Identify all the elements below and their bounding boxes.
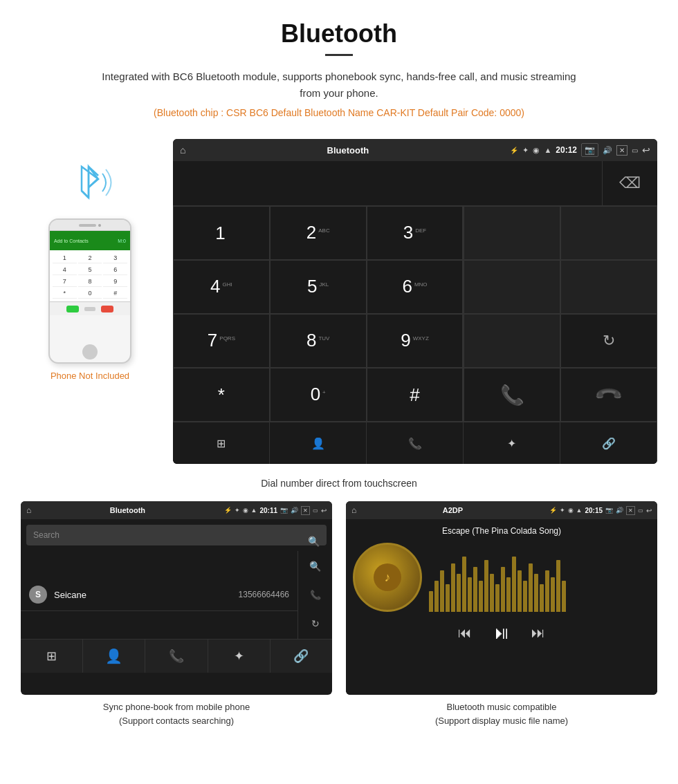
pb-bt-btn[interactable]: ✦ (208, 640, 271, 673)
prev-track-button[interactable]: ⏮ (458, 625, 472, 641)
key-4[interactable]: 4GHI (173, 260, 270, 314)
eq-bar (540, 584, 544, 612)
contacts-tab[interactable]: 👤 (270, 422, 367, 464)
key-2[interactable]: 2ABC (270, 206, 367, 260)
phonebook-caption: Sync phone-book from mobile phone (Suppo… (21, 700, 332, 727)
bottom-screens: ⌂ Bluetooth ⚡ ✦ ◉ ▲ 20:11 📷 🔊 ✕ ▭ ↩ Sear… (0, 501, 678, 727)
pb-window-icon[interactable]: ▭ (313, 507, 318, 514)
music-wrap: ⌂ A2DP ⚡ ✦ ◉ ▲ 20:15 📷 🔊 ✕ ▭ ↩ Escape (T… (346, 501, 657, 727)
pb-search-bar[interactable]: Search (26, 525, 327, 545)
eq-bar (429, 591, 433, 612)
close-icon[interactable]: ✕ (616, 145, 627, 156)
pb-calls-btn[interactable]: 📞 (145, 640, 208, 673)
pb-close-icon[interactable]: ✕ (301, 506, 310, 515)
pb-bt-icon: ✦ (235, 507, 240, 514)
eq-bar (451, 563, 455, 612)
music-eq-visualizer (429, 543, 650, 612)
orange-info: (Bluetooth chip : CSR BC6 Default Blueto… (42, 107, 636, 118)
home-icon[interactable]: ⌂ (180, 144, 185, 156)
backspace-button[interactable]: ⌫ (602, 161, 657, 205)
key-star[interactable]: * (173, 368, 270, 422)
dial-caption: Dial number direct from touchscreen (0, 478, 678, 489)
refresh-button[interactable]: ↻ (560, 314, 657, 368)
phone-speaker (79, 224, 96, 227)
usb-icon: ⚡ (510, 147, 518, 154)
eq-bar (446, 584, 450, 612)
key-8[interactable]: 8TUV (270, 314, 367, 368)
eq-bar (501, 567, 505, 612)
music-note-icon: ♪ (385, 570, 391, 585)
eq-bar (523, 581, 527, 612)
pb-contact-info: S Seicane 13566664466 (21, 579, 297, 611)
eq-bar (512, 557, 516, 612)
key-9[interactable]: 9WXYZ (367, 314, 464, 368)
music-window-icon[interactable]: ▭ (638, 507, 643, 514)
music-controls: ⏮ ⏯ ⏭ (458, 622, 545, 644)
eq-bar (506, 577, 511, 612)
bluetooth-wave-svg (62, 153, 118, 208)
eq-bar (495, 584, 500, 612)
pb-contact: S Seicane 13566664466 (21, 579, 297, 611)
volume-icon[interactable]: 🔊 (603, 146, 612, 155)
right-empty-2 (560, 206, 657, 260)
phone-keypad: 1 2 3 4 5 6 7 8 9 * 0 # (50, 250, 130, 301)
search-icon[interactable]: 🔍 (308, 536, 320, 547)
pb-avatar-letter: S (35, 590, 41, 599)
bluetooth-waves (62, 153, 118, 208)
music-caption-line2: (Support display music file name) (435, 716, 568, 726)
music-vol-icon[interactable]: 🔊 (616, 507, 623, 514)
key-6[interactable]: 6MNO (367, 260, 464, 314)
music-album-art: ♪ (353, 543, 422, 612)
eq-bar (529, 563, 533, 612)
pb-vol-icon[interactable]: 🔊 (291, 507, 298, 514)
key-7[interactable]: 7PQRS (173, 314, 270, 368)
pb-cam-icon[interactable]: 📷 (280, 507, 288, 514)
phonebook-screen: ⌂ Bluetooth ⚡ ✦ ◉ ▲ 20:11 📷 🔊 ✕ ▭ ↩ Sear… (21, 501, 332, 695)
pk-6: 6 (103, 265, 127, 275)
pb-contacts-btn[interactable]: 👤 (83, 640, 145, 673)
pb-home-icon[interactable]: ⌂ (26, 505, 31, 515)
music-cam-icon[interactable]: 📷 (605, 507, 613, 514)
pb-search-area: Search 🔍 (21, 525, 332, 545)
location-icon: ◉ (533, 146, 540, 155)
pk-9: 9 (103, 277, 127, 287)
phone-home-button (82, 344, 98, 360)
window-icon[interactable]: ▭ (632, 147, 638, 154)
pb-back-icon[interactable]: ↩ (321, 507, 327, 514)
call-button[interactable]: 📞 (464, 368, 560, 422)
key-1[interactable]: 1 (173, 206, 270, 260)
pb-link-btn[interactable]: 🔗 (271, 640, 332, 673)
music-art-inner: ♪ (374, 563, 401, 591)
end-call-button[interactable]: 📞 (560, 368, 657, 422)
pk-7: 7 (53, 277, 77, 287)
next-track-button[interactable]: ⏭ (531, 625, 545, 641)
key-5[interactable]: 5JKL (270, 260, 367, 314)
music-screen: ⌂ A2DP ⚡ ✦ ◉ ▲ 20:15 📷 🔊 ✕ ▭ ↩ Escape (T… (346, 501, 657, 695)
pb-bottom-bar: ⊞ 👤 📞 ✦ 🔗 (21, 639, 332, 673)
pk-5: 5 (78, 265, 102, 275)
bluetooth-tab[interactable]: ✦ (464, 422, 560, 464)
pb-usb-icon: ⚡ (224, 507, 232, 514)
pk-3: 3 (103, 253, 127, 263)
phone-mockup: Add to Contacts M:0 1 2 3 4 5 6 7 8 9 * … (48, 218, 131, 364)
back-icon[interactable]: ↩ (642, 144, 650, 156)
pb-sync-action[interactable]: ↻ (306, 615, 325, 632)
eq-bar (479, 581, 483, 612)
pb-dialpad-btn[interactable]: ⊞ (21, 640, 83, 673)
dialpad-tab[interactable]: ⊞ (173, 422, 270, 464)
pk-star: * (53, 288, 77, 299)
pb-search-action[interactable]: 🔍 (304, 558, 327, 575)
key-3[interactable]: 3DEF (367, 206, 464, 260)
link-tab[interactable]: 🔗 (560, 422, 657, 464)
pb-call-action[interactable]: 📞 (304, 587, 327, 603)
key-hash[interactable]: # (367, 368, 464, 422)
key-0[interactable]: 0+ (270, 368, 367, 422)
music-home-icon[interactable]: ⌂ (351, 505, 356, 515)
dial-screen: ⌂ Bluetooth ⚡ ✦ ◉ ▲ 20:12 📷 🔊 ✕ ▭ ↩ ⌫ 1 … (173, 139, 657, 464)
calls-tab[interactable]: 📞 (367, 422, 464, 464)
music-caption-line1: Bluetooth music compatible (447, 702, 557, 712)
music-close-icon[interactable]: ✕ (626, 506, 635, 515)
music-back-icon[interactable]: ↩ (646, 507, 652, 514)
camera-icon[interactable]: 📷 (581, 143, 598, 157)
play-pause-button[interactable]: ⏯ (493, 622, 511, 644)
